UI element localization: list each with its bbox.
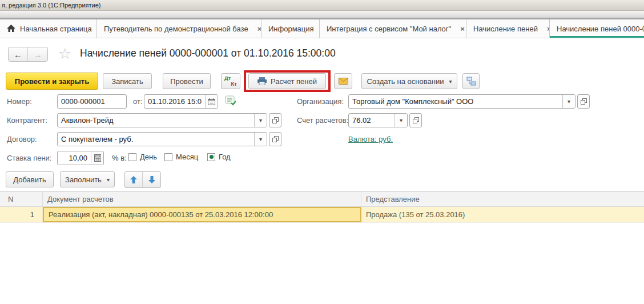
radio-month[interactable]: Месяц xyxy=(164,153,198,161)
cell-presentation[interactable]: Продажа (135 от 25.03.2016) xyxy=(361,207,644,222)
forward-button[interactable]: → xyxy=(28,47,47,61)
cell-row-number[interactable]: 1 xyxy=(0,207,43,222)
date-input[interactable] xyxy=(144,95,205,108)
organization-field-wrap: ▾ xyxy=(348,94,575,109)
col-header-n: N xyxy=(0,192,43,206)
close-icon[interactable]: × xyxy=(460,25,465,33)
create-based-on-button[interactable]: Создать на основании ▾ xyxy=(361,73,457,89)
history-nav-group: ← → xyxy=(8,47,48,62)
add-row-button[interactable]: Добавить xyxy=(6,171,54,187)
currency-link[interactable]: Валюта: руб. xyxy=(348,135,393,143)
organization-dropdown-icon[interactable]: ▾ xyxy=(562,95,575,108)
tab-label: Путеводитель по демонстрационной базе xyxy=(104,25,248,33)
move-down-button[interactable] xyxy=(143,172,160,187)
window-title: я, редакция 3.0 (1С:Предприятие) xyxy=(2,2,100,9)
penalty-rate-field-wrap xyxy=(57,151,104,165)
favorite-star-icon[interactable]: ☆ xyxy=(58,45,71,63)
radio-day[interactable]: День xyxy=(128,153,157,161)
counterparty-input[interactable] xyxy=(58,114,254,127)
tab-bar: Начальная страница Путеводитель по демон… xyxy=(0,19,644,38)
penalty-rate-input[interactable] xyxy=(58,151,91,165)
penalty-rate-label: Ставка пени: xyxy=(7,154,51,162)
calculator-icon[interactable] xyxy=(91,151,103,165)
window-titlebar: я, редакция 3.0 (1С:Предприятие) xyxy=(0,0,644,11)
organization-input[interactable] xyxy=(349,95,562,108)
document-posted-icon xyxy=(225,95,236,106)
tab-demo-guide[interactable]: Путеводитель по демонстрационной базе × xyxy=(97,19,261,38)
number-field-wrap xyxy=(57,94,127,109)
organization-open-button[interactable] xyxy=(577,94,590,109)
back-button[interactable]: ← xyxy=(9,47,28,61)
col-header-presentation: Представление xyxy=(361,192,644,206)
percent-in-label: % в: xyxy=(112,154,127,162)
tab-my-tax-integration[interactable]: Интеграция с сервисом "Мой налог" × xyxy=(320,19,466,38)
tab-penalty-document-active[interactable]: Начисление пеней 0000-0 xyxy=(550,19,644,38)
tab-label: Начисление пеней xyxy=(473,25,538,33)
counterparty-dropdown-icon[interactable]: ▾ xyxy=(254,114,267,127)
number-input[interactable] xyxy=(58,95,126,108)
contract-dropdown-icon[interactable]: ▾ xyxy=(254,133,267,146)
move-row-group xyxy=(124,171,161,188)
fill-button[interactable]: Заполнить ▾ xyxy=(60,171,115,187)
tab-label: Информация xyxy=(268,25,314,33)
page-title: Начисление пеней 0000-000001 от 01.10.20… xyxy=(80,47,336,59)
contract-open-button[interactable] xyxy=(269,132,281,146)
dt-label: Дт xyxy=(224,75,231,81)
date-label: от: xyxy=(133,97,143,106)
post-button[interactable]: Провести xyxy=(163,73,211,89)
move-up-button[interactable] xyxy=(125,172,143,187)
tab-penalty-list[interactable]: Начисление пеней × xyxy=(466,19,550,38)
arrow-down-icon xyxy=(148,176,155,183)
settlement-account-field-wrap: ▾ xyxy=(348,113,408,127)
radio-circle xyxy=(164,153,172,161)
calendar-icon[interactable] xyxy=(205,95,218,108)
counterparty-open-button[interactable] xyxy=(269,113,281,127)
settlement-account-open-button[interactable] xyxy=(409,113,422,127)
kt-label: Кт xyxy=(231,81,237,87)
post-and-close-button[interactable]: Провести и закрыть xyxy=(6,73,98,90)
contract-label: Договор: xyxy=(7,135,37,143)
envelope-icon xyxy=(339,78,348,85)
tab-label: Начальная страница xyxy=(20,25,92,33)
close-icon[interactable]: × xyxy=(257,25,261,33)
settlement-account-label: Счет расчетов: xyxy=(297,116,348,125)
subordination-structure-icon xyxy=(466,77,476,86)
tab-label: Начисление пеней 0000-0 xyxy=(557,25,644,33)
counterparty-field-wrap: ▾ xyxy=(57,113,267,127)
send-email-button[interactable] xyxy=(334,73,352,89)
tab-label: Интеграция с сервисом "Мой налог" xyxy=(327,25,451,33)
date-field-wrap xyxy=(144,94,218,109)
settlement-account-input[interactable] xyxy=(349,114,395,127)
chevron-down-icon: ▾ xyxy=(107,177,110,183)
penalty-calc-button[interactable]: Расчет пеней xyxy=(248,73,326,89)
table-row[interactable]: 1 Реализация (акт, накладная) 0000-00013… xyxy=(0,207,644,223)
col-header-document: Документ расчетов xyxy=(43,192,361,206)
titlebar-gradient-band xyxy=(0,11,644,18)
arrow-up-icon xyxy=(130,176,137,183)
number-label: Номер: xyxy=(7,97,32,106)
counterparty-label: Контрагент: xyxy=(7,116,47,125)
table-header-row: N Документ расчетов Представление xyxy=(0,191,644,207)
tab-home[interactable]: Начальная страница xyxy=(0,19,97,38)
radio-circle-selected xyxy=(207,153,215,161)
radio-year[interactable]: Год xyxy=(207,153,231,161)
subordination-structure-button[interactable] xyxy=(462,73,480,89)
settlement-account-dropdown-icon[interactable]: ▾ xyxy=(395,114,407,127)
app-window: я, редакция 3.0 (1С:Предприятие) Начальн… xyxy=(0,0,644,304)
write-button[interactable]: Записать xyxy=(103,73,152,89)
cell-document-selected[interactable]: Реализация (акт, накладная) 0000-000135 … xyxy=(43,207,361,222)
dt-kt-postings-button[interactable]: Дт Кт xyxy=(221,73,240,89)
organization-label: Организация: xyxy=(297,97,344,106)
contract-input[interactable] xyxy=(58,133,254,146)
chevron-down-icon: ▾ xyxy=(449,78,452,85)
printer-icon xyxy=(257,77,267,85)
tab-information[interactable]: Информация × xyxy=(261,19,320,38)
contract-field-wrap: ▾ xyxy=(57,132,267,146)
radio-circle xyxy=(128,153,136,161)
home-icon xyxy=(7,25,15,33)
